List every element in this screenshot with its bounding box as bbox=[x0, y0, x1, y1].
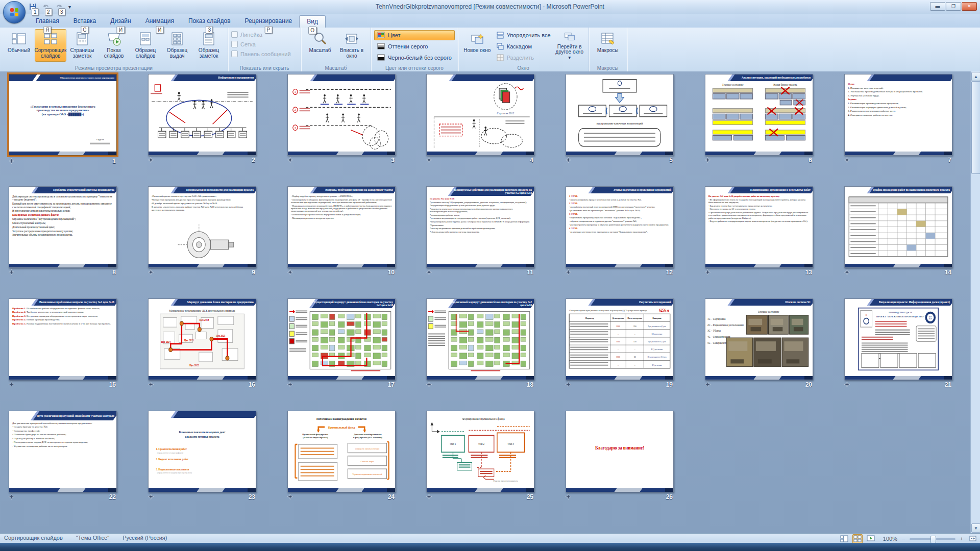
zoom-slider[interactable] bbox=[910, 538, 955, 540]
transition-indicator-icon[interactable] bbox=[426, 492, 432, 502]
slide-thumbnail-19[interactable]: Результаты исследованийСовокупная длина … bbox=[566, 298, 674, 380]
transition-indicator-icon[interactable] bbox=[844, 268, 850, 277]
tab-Вид[interactable]: ВидО bbox=[299, 15, 326, 28]
slide-thumbnail-3[interactable]: 123 bbox=[287, 74, 396, 156]
slide-thumbnail-24[interactable]: Источником вознаграждения являетсяПремиа… bbox=[287, 411, 396, 492]
zoom-in-button[interactable]: + bbox=[959, 536, 965, 542]
transition-indicator-icon[interactable] bbox=[287, 492, 293, 502]
button-Обычный[interactable]: Обычный bbox=[3, 29, 35, 62]
tab-Главная[interactable]: ГлавнаяЯ bbox=[29, 15, 66, 28]
slide-thumbnail-22[interactable]: Пути увеличения пропускной способности у… bbox=[9, 411, 117, 492]
button-Показ слайдов[interactable]: Показ слайдов bbox=[98, 29, 130, 62]
slide-thumbnail-25[interactable]: Формирование премиального фондаэтап 1эта… bbox=[426, 411, 534, 492]
button-Образец слайдов[interactable]: Образец слайдов bbox=[130, 29, 161, 62]
button-Страницы заметок[interactable]: Страницы заметок bbox=[66, 29, 98, 62]
status-normal-view-button[interactable] bbox=[839, 534, 849, 543]
transition-indicator-icon[interactable] bbox=[148, 492, 154, 502]
transition-indicator-icon[interactable] bbox=[566, 492, 571, 502]
slide-thumbnail-11[interactable]: Планируемые действия для реализации пило… bbox=[426, 186, 534, 268]
slide-thumbnail-1[interactable]: Объединенная двигателестроительная корпо… bbox=[9, 74, 117, 156]
undo-button[interactable]: 2 bbox=[41, 2, 51, 12]
slide-thumbnail-21[interactable]: Визуализация проекта: Информационная дос… bbox=[844, 298, 952, 380]
scrollbar-thumb[interactable] bbox=[971, 81, 980, 174]
button-Новое окно[interactable]: Новое окно bbox=[461, 29, 493, 62]
transition-indicator-icon[interactable] bbox=[705, 156, 710, 165]
slide-thumbnail-18[interactable]: Предлагаемый маршрут движения блока шест… bbox=[426, 298, 534, 380]
status-language[interactable]: Русский (Россия) bbox=[122, 535, 167, 541]
fit-to-window-button[interactable] bbox=[968, 534, 978, 543]
button-Упорядочить все[interactable]: Упорядочить все bbox=[493, 30, 554, 40]
button-Цвет[interactable]: Цвет bbox=[374, 30, 455, 40]
tab-Дизайн[interactable]: ДизайнИ bbox=[103, 15, 138, 28]
slide-thumbnail-26[interactable]: Благодарю за внимание! bbox=[566, 411, 674, 492]
scroll-up-button[interactable]: ▲ bbox=[971, 72, 980, 81]
office-button[interactable] bbox=[3, 1, 26, 23]
slide-sorter-canvas[interactable]: Объединенная двигателестроительная корпо… bbox=[0, 71, 971, 533]
slide-thumbnail-2[interactable]: Информация о предприятии bbox=[148, 74, 256, 156]
slide-thumbnail-4[interactable]: Стратегия 2012 bbox=[426, 74, 534, 156]
scroll-down-button[interactable]: ▼ bbox=[971, 523, 980, 533]
transition-indicator-icon[interactable] bbox=[9, 492, 14, 502]
tab-Анимация[interactable]: АнимацияИ bbox=[138, 15, 181, 28]
transition-indicator-icon[interactable] bbox=[705, 268, 710, 277]
button-Макросы[interactable]: Макросы bbox=[592, 29, 624, 62]
transition-indicator-icon[interactable] bbox=[844, 380, 850, 389]
transition-indicator-icon[interactable] bbox=[566, 268, 571, 277]
button-Оттенки серого[interactable]: Оттенки серого bbox=[374, 41, 455, 52]
slide-thumbnail-17[interactable]: Существующий маршрут движения блока шест… bbox=[287, 298, 396, 380]
slide-thumbnail-6[interactable]: Анализ ситуации, задающей необходимость … bbox=[705, 74, 813, 156]
button-Черно-белый без серого[interactable]: Черно-белый без серого bbox=[374, 53, 455, 63]
slide-thumbnail-14[interactable]: График проведения работ по выполнению пи… bbox=[844, 186, 952, 268]
transition-indicator-icon[interactable] bbox=[148, 380, 154, 389]
maximize-button[interactable]: ❐ bbox=[946, 2, 961, 11]
tab-Рецензирование[interactable]: РецензированиеР bbox=[238, 15, 300, 28]
checkbox-Сетка[interactable]: Сетка bbox=[231, 41, 298, 47]
transition-indicator-icon[interactable] bbox=[148, 268, 154, 277]
tab-Показ слайдов[interactable]: Показ слайдовЗ bbox=[181, 15, 238, 28]
slide-thumbnail-9[interactable]: Предпосылки и возможности для реализации… bbox=[148, 186, 256, 268]
close-button[interactable]: ✕ bbox=[962, 2, 977, 11]
transition-indicator-icon[interactable] bbox=[566, 156, 571, 165]
transition-indicator-icon[interactable] bbox=[426, 380, 432, 389]
transition-indicator-icon[interactable] bbox=[9, 380, 14, 389]
slide-thumbnail-7[interactable]: Цели:1. Повышение качества изделий;2. Ум… bbox=[844, 74, 952, 156]
checkbox-Панель сообщений[interactable]: Панель сообщений bbox=[231, 51, 298, 57]
transition-indicator-icon[interactable] bbox=[844, 156, 850, 165]
vertical-scrollbar[interactable]: ▲ ▼ bbox=[970, 71, 980, 533]
slide-thumbnail-23[interactable]: Ключевые показатели оценки деятельности … bbox=[148, 411, 256, 492]
transition-indicator-icon[interactable] bbox=[287, 268, 293, 277]
zoom-slider-thumb[interactable] bbox=[930, 536, 936, 543]
transition-indicator-icon[interactable] bbox=[566, 380, 571, 389]
zoom-out-button[interactable]: − bbox=[900, 536, 906, 542]
save-button[interactable]: 1 bbox=[28, 2, 38, 12]
slide-thumbnail-13[interactable]: Планирование, организация и результаты р… bbox=[705, 186, 813, 268]
transition-indicator-icon[interactable] bbox=[9, 268, 14, 277]
transition-indicator-icon[interactable] bbox=[705, 380, 710, 389]
button-Образец заметок[interactable]: Образец заметок bbox=[193, 29, 225, 62]
transition-indicator-icon[interactable] bbox=[9, 157, 14, 166]
button-Перейти в другое окно[interactable]: Перейти в другое окно ▾ bbox=[554, 29, 585, 62]
slide-thumbnail-16[interactable]: Маршрут движения блока шестерен по предп… bbox=[148, 298, 256, 380]
slide-thumbnail-10[interactable]: Вопросы, требующие решения на конкретном… bbox=[287, 186, 396, 268]
minimize-button[interactable]: ▬ bbox=[930, 2, 945, 11]
button-Разделить[interactable]: Разделить bbox=[493, 53, 554, 63]
slide-thumbnail-8[interactable]: Проблемы существующей системы производст… bbox=[9, 186, 117, 268]
transition-indicator-icon[interactable] bbox=[426, 156, 432, 165]
slide-thumbnail-15[interactable]: Выявленные проблемные вопросы по участку… bbox=[9, 298, 117, 380]
slide-thumbnail-12[interactable]: Этапы подготовки и проведения мероприяти… bbox=[566, 186, 674, 268]
transition-indicator-icon[interactable] bbox=[287, 156, 293, 165]
button-Сортировщик слайдов[interactable]: Сортировщик слайдов bbox=[35, 29, 66, 62]
button-Образец выдач[interactable]: Образец выдач bbox=[161, 29, 193, 62]
slide-thumbnail-20[interactable]: Шаги по системе 5СТекущее состояние1С – … bbox=[705, 298, 813, 380]
transition-indicator-icon[interactable] bbox=[426, 268, 432, 277]
button-Каскадом[interactable]: Каскадом bbox=[493, 41, 554, 52]
transition-indicator-icon[interactable] bbox=[148, 156, 154, 165]
qat-customize-button[interactable]: ▾ bbox=[68, 4, 71, 10]
button-Вписать в окно[interactable]: Вписать в окно bbox=[336, 29, 368, 62]
slide-thumbnail-5[interactable]: выстраивание ключевых компетенций bbox=[566, 74, 674, 156]
tab-Вставка[interactable]: ВставкаС bbox=[66, 15, 104, 28]
status-sorter-view-button[interactable] bbox=[852, 534, 863, 543]
transition-indicator-icon[interactable] bbox=[287, 380, 293, 389]
status-slideshow-button[interactable] bbox=[866, 534, 876, 543]
redo-button[interactable]: 3 bbox=[54, 2, 64, 12]
